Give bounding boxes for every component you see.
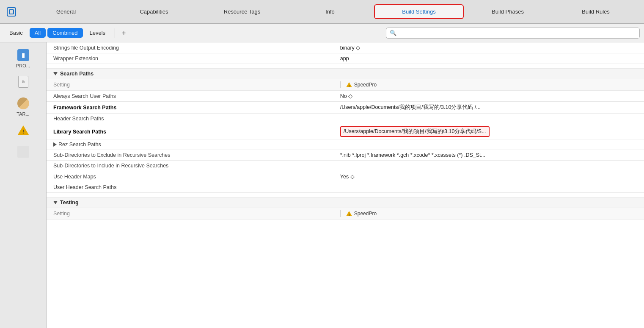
speedpro-header: ! SpeedPro [346, 81, 377, 88]
search-icon: 🔍 [390, 30, 396, 36]
blank-icon [17, 146, 29, 158]
section-toggle-testing[interactable]: Testing [53, 200, 637, 206]
combined-button[interactable]: Combined [47, 28, 83, 38]
sidebar-label-target: TAR... [17, 111, 29, 117]
table-row: Sub-Directories to Exclude in Recursive … [47, 150, 644, 161]
speedpro-triangle-icon: ! [346, 81, 352, 88]
setting-subdirs-include: Sub-Directories to Include in Recursive … [47, 161, 333, 171]
sidebar-item-target[interactable]: TAR... [0, 94, 46, 119]
settings-table: Strings file Output Encoding binary ◇ Wr… [47, 42, 644, 220]
add-setting-button[interactable]: + [119, 29, 128, 37]
testing-speedpro-icon: ! [346, 210, 352, 217]
blank-icon-box [17, 145, 30, 158]
main-layout: ▮ PRO... 🖹 TAR... ! [0, 42, 644, 328]
svg-text:!: ! [348, 213, 350, 217]
rez-arrow-icon [53, 142, 57, 147]
top-nav: General Capabilities Resource Tags Info … [0, 0, 644, 24]
all-button[interactable]: All [30, 28, 46, 38]
tab-resource-tags[interactable]: Resource Tags [198, 5, 286, 18]
file1-icon-box: 🖹 [17, 75, 30, 89]
value-framework-search: /Users/apple/Documents/我的项目/我写的/3.10分享代码… [333, 102, 644, 114]
value-always-search: No ◇ [333, 91, 644, 102]
table-row: Rez Search Paths [47, 139, 644, 150]
value-library-search: /Users/apple/Documents/我的项目/我写的/3.10分享代码… [333, 124, 644, 139]
search-input[interactable] [398, 30, 636, 36]
section-title-testing: Testing [60, 200, 79, 206]
tab-general[interactable]: General [22, 5, 110, 18]
basic-button[interactable]: Basic [4, 28, 28, 38]
testing-col-header-row: Setting ! SpeedPro [47, 208, 644, 220]
svg-text:!: ! [22, 128, 24, 135]
testing-col-header-value: ! SpeedPro [333, 208, 644, 220]
target-icon-box [17, 97, 30, 110]
project-icon-box: ▮ [17, 48, 30, 62]
col-header-setting: Setting [47, 79, 333, 91]
table-row: Use Header Maps Yes ◇ [47, 171, 644, 182]
file1-icon: 🖹 [18, 76, 28, 88]
col-header-value-cell: ! SpeedPro [333, 79, 644, 91]
value-use-header-maps: Yes ◇ [333, 171, 644, 182]
speedpro-label: SpeedPro [354, 82, 377, 88]
table-row: Strings file Output Encoding binary ◇ [47, 42, 644, 53]
testing-section-collapse-icon [53, 201, 58, 204]
setting-library-search: Library Search Paths [47, 124, 333, 139]
setting-framework-search: Framework Search Paths [47, 102, 333, 114]
toolbar-separator [115, 28, 115, 38]
setting-wrapper-ext: Wrapper Extension [47, 53, 333, 64]
levels-button[interactable]: Levels [85, 28, 111, 38]
section-header-search-paths: Search Paths [47, 69, 644, 79]
section-collapse-icon [53, 72, 58, 75]
sidebar: ▮ PRO... 🖹 TAR... ! [0, 42, 47, 328]
table-row: User Header Search Paths [47, 182, 644, 193]
nav-toggle-button[interactable] [4, 5, 19, 19]
tab-capabilities[interactable]: Capabilities [110, 5, 198, 18]
section-title-search-paths: Search Paths [60, 71, 94, 77]
content-area: Strings file Output Encoding binary ◇ Wr… [47, 42, 644, 328]
nav-square-inner-icon [9, 9, 14, 14]
highlighted-value-library-search[interactable]: /Users/apple/Documents/我的项目/我写的/3.10分享代码… [340, 126, 490, 137]
col-header-row: Setting ! SpeedPro [47, 79, 644, 91]
warning-icon: ! [17, 124, 29, 136]
table-row: Sub-Directories to Include in Recursive … [47, 161, 644, 171]
testing-col-header-setting: Setting [47, 208, 333, 220]
setting-rez-search: Rez Search Paths [47, 139, 333, 150]
value-wrapper-ext: app [333, 53, 644, 64]
tab-build-settings[interactable]: Build Settings [374, 4, 464, 19]
sidebar-item-blank[interactable] [0, 142, 46, 162]
value-user-header [333, 182, 644, 193]
target-icon [17, 97, 29, 109]
spacer-row [47, 193, 644, 197]
section-header-testing: Testing [47, 197, 644, 208]
warning-icon-box: ! [17, 123, 30, 137]
setting-use-header-maps: Use Header Maps [47, 171, 333, 182]
sidebar-label-project: PRO... [16, 63, 30, 68]
value-strings-encoding: binary ◇ [333, 42, 644, 53]
svg-text:!: ! [348, 84, 350, 88]
nav-square-icon [7, 7, 16, 17]
tab-info[interactable]: Info [286, 5, 374, 18]
testing-speedpro-header: ! SpeedPro [346, 210, 377, 217]
table-row: Always Search User Paths No ◇ [47, 91, 644, 102]
tab-build-phases[interactable]: Build Phases [464, 5, 552, 18]
search-box[interactable]: 🔍 [386, 28, 640, 39]
rez-toggle[interactable]: Rez Search Paths [53, 142, 327, 147]
project-icon: ▮ [17, 49, 29, 61]
sidebar-item-file1[interactable]: 🖹 [0, 72, 46, 92]
section-toggle-search-paths[interactable]: Search Paths [53, 71, 637, 77]
value-header-search [333, 114, 644, 124]
table-row: Header Search Paths [47, 114, 644, 124]
testing-speedpro-label: SpeedPro [354, 211, 377, 217]
table-row: Framework Search Paths /Users/apple/Docu… [47, 102, 644, 114]
sidebar-item-project[interactable]: ▮ PRO... [0, 46, 46, 71]
setting-user-header: User Header Search Paths [47, 182, 333, 193]
value-subdirs-exclude: *.nib *.lproj *.framework *.gch *.xcode*… [333, 150, 644, 161]
value-rez-search [333, 139, 644, 150]
tab-build-rules[interactable]: Build Rules [552, 5, 640, 18]
toolbar: Basic All Combined Levels + 🔍 [0, 24, 644, 42]
sidebar-item-warning[interactable]: ! [0, 121, 46, 141]
setting-header-search: Header Search Paths [47, 114, 333, 124]
spacer-row [47, 64, 644, 69]
rez-search-label: Rez Search Paths [58, 142, 101, 147]
table-row: Library Search Paths /Users/apple/Docume… [47, 124, 644, 139]
value-subdirs-include [333, 161, 644, 171]
